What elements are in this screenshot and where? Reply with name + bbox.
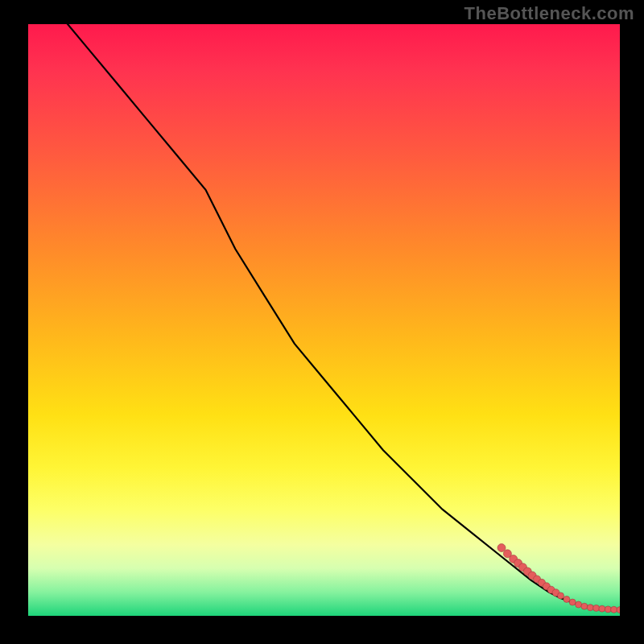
sample-point bbox=[617, 607, 620, 613]
sample-point bbox=[558, 592, 564, 599]
sample-point bbox=[605, 606, 611, 613]
sample-point bbox=[581, 603, 588, 609]
watermark-text: TheBottleneck.com bbox=[464, 3, 634, 24]
sample-point bbox=[593, 605, 600, 611]
bottleneck-curve bbox=[58, 24, 620, 610]
plot-area bbox=[28, 24, 620, 616]
chart-frame: TheBottleneck.com bbox=[0, 0, 644, 644]
sample-point bbox=[576, 601, 582, 608]
sample-point bbox=[497, 544, 506, 552]
sample-point bbox=[599, 605, 605, 612]
sample-point bbox=[569, 599, 576, 605]
chart-overlay bbox=[28, 24, 620, 616]
sample-points-group bbox=[497, 544, 620, 613]
sample-point bbox=[611, 606, 617, 613]
sample-point bbox=[564, 596, 570, 602]
sample-point bbox=[587, 605, 593, 611]
